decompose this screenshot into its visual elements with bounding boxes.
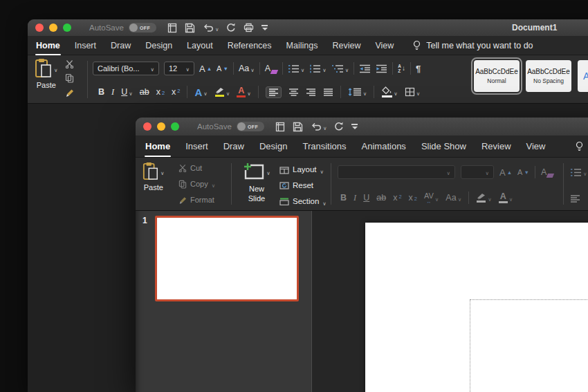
tab-references[interactable]: References: [228, 41, 272, 50]
format-painter-button[interactable]: [65, 88, 74, 97]
font-color-button[interactable]: A: [237, 86, 251, 98]
change-case-button[interactable]: Aa: [445, 192, 461, 204]
content-placeholder[interactable]: [470, 299, 588, 392]
text-effects-button[interactable]: A: [194, 86, 207, 98]
copy-button[interactable]: [65, 73, 74, 83]
tab-view[interactable]: View: [375, 41, 394, 50]
paste-dropdown[interactable]: [54, 62, 58, 75]
highlight-button[interactable]: [214, 86, 230, 98]
redo-button[interactable]: [226, 23, 236, 32]
multilevel-list-button[interactable]: [331, 62, 349, 75]
close-button[interactable]: [143, 122, 151, 131]
bold-button[interactable]: B: [340, 194, 347, 203]
copy-button[interactable]: Copy: [178, 178, 215, 190]
tell-me-search[interactable]: Tell me what you want to do: [412, 40, 533, 51]
tab-layout[interactable]: Layout: [187, 41, 213, 50]
tab-review[interactable]: Review: [481, 141, 511, 151]
style-no-spacing[interactable]: AaBbCcDdEe No Spacing: [526, 60, 571, 92]
tab-animations[interactable]: Animations: [362, 141, 406, 151]
change-case-button[interactable]: Aa: [239, 62, 255, 75]
font-size-select[interactable]: 12: [164, 62, 194, 75]
layout-button[interactable]: Layout: [279, 164, 327, 176]
subscript-button[interactable]: x2: [409, 194, 417, 203]
subscript-button[interactable]: x2: [156, 88, 165, 97]
cut-button[interactable]: [65, 59, 74, 68]
strikethrough-button[interactable]: ab: [140, 88, 149, 97]
tab-home[interactable]: Home: [36, 41, 60, 50]
section-button[interactable]: Section: [279, 196, 327, 208]
strikethrough-button[interactable]: ab: [376, 194, 386, 203]
style-normal[interactable]: AaBbCcDdEe Normal: [474, 60, 520, 92]
shading-button[interactable]: [381, 86, 398, 98]
underline-button[interactable]: U: [363, 194, 369, 203]
superscript-button[interactable]: x2: [172, 88, 180, 97]
redo-button[interactable]: [334, 122, 344, 131]
italic-button[interactable]: I: [111, 88, 114, 97]
justify-button[interactable]: [323, 88, 333, 96]
decrease-font-button[interactable]: A▼: [217, 65, 228, 73]
undo-button[interactable]: [311, 120, 327, 133]
tab-review[interactable]: Review: [332, 41, 360, 50]
font-size-select[interactable]: [461, 165, 494, 179]
tab-transitions[interactable]: Transitions: [302, 141, 346, 151]
minimize-button[interactable]: [157, 122, 165, 131]
paste-button[interactable]: Paste: [35, 58, 58, 98]
bullets-button[interactable]: [570, 166, 587, 178]
tell-me-search[interactable]: [575, 141, 584, 152]
align-center-button[interactable]: [288, 88, 299, 96]
paste-button[interactable]: Paste: [143, 162, 165, 192]
bullets-button[interactable]: [288, 62, 305, 75]
align-left-button[interactable]: [266, 86, 282, 98]
tab-draw[interactable]: Draw: [223, 141, 244, 151]
minimize-button[interactable]: [49, 24, 57, 32]
print-layout-button[interactable]: [167, 23, 177, 33]
autosave-toggle[interactable]: OFF: [129, 23, 156, 32]
new-slide-dropdown[interactable]: [266, 165, 270, 178]
superscript-button[interactable]: x2: [393, 194, 401, 203]
print-layout-button[interactable]: [275, 122, 285, 132]
tab-view[interactable]: View: [526, 141, 546, 151]
toolbar-options-button[interactable]: [351, 124, 358, 129]
italic-button[interactable]: I: [353, 194, 356, 203]
close-button[interactable]: [35, 24, 44, 32]
borders-button[interactable]: [405, 86, 421, 98]
save-button[interactable]: [293, 122, 303, 132]
undo-dropdown[interactable]: [323, 120, 327, 133]
toolbar-options-button[interactable]: [261, 25, 268, 30]
show-marks-button[interactable]: ¶: [416, 64, 421, 74]
tab-slide-show[interactable]: Slide Show: [421, 141, 466, 151]
tab-draw[interactable]: Draw: [111, 41, 131, 50]
highlight-button[interactable]: [476, 192, 492, 204]
line-spacing-button[interactable]: [348, 86, 367, 98]
align-right-button[interactable]: [306, 88, 316, 96]
increase-font-button[interactable]: A▲: [199, 64, 212, 73]
tab-mailings[interactable]: Mailings: [286, 41, 318, 50]
reset-button[interactable]: Reset: [279, 182, 327, 190]
character-spacing-button[interactable]: AV↔: [424, 192, 439, 204]
decrease-font-button[interactable]: A▼: [517, 169, 529, 176]
slide-canvas[interactable]: [365, 223, 588, 392]
sort-button[interactable]: AZ↓: [398, 64, 405, 73]
font-name-select[interactable]: [338, 165, 455, 179]
undo-dropdown[interactable]: [215, 21, 219, 34]
print-button[interactable]: [244, 23, 254, 32]
tab-home[interactable]: Home: [145, 141, 170, 151]
autosave-toggle[interactable]: OFF: [237, 122, 264, 131]
increase-font-button[interactable]: A▲: [499, 168, 512, 177]
clear-formatting-button[interactable]: A: [265, 63, 277, 74]
align-left-button[interactable]: [570, 195, 580, 203]
save-button[interactable]: [185, 23, 195, 33]
tab-insert[interactable]: Insert: [185, 141, 208, 151]
clear-formatting-button[interactable]: A: [541, 167, 553, 178]
zoom-button[interactable]: [171, 122, 179, 131]
tab-design[interactable]: Design: [259, 141, 287, 151]
style-heading[interactable]: A: [578, 60, 588, 92]
decrease-indent-button[interactable]: [359, 64, 371, 73]
undo-button[interactable]: [203, 21, 219, 34]
tab-design[interactable]: Design: [145, 41, 172, 50]
format-painter-button[interactable]: Format: [178, 196, 215, 204]
zoom-button[interactable]: [63, 24, 71, 32]
tab-insert[interactable]: Insert: [75, 41, 96, 50]
bold-button[interactable]: B: [98, 88, 104, 97]
underline-button[interactable]: U: [121, 86, 133, 98]
